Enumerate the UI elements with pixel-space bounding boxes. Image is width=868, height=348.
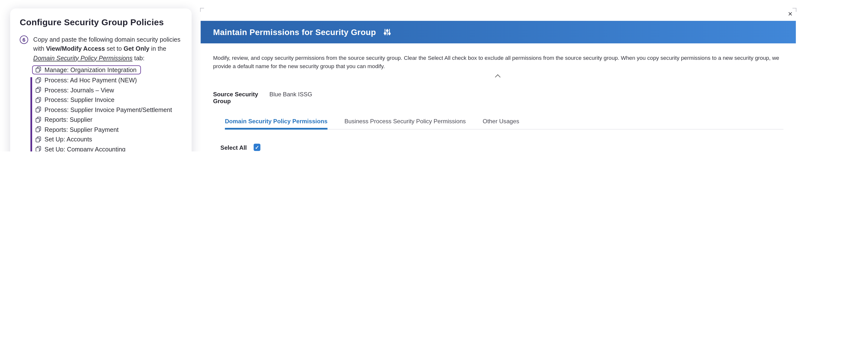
policy-list-item[interactable]: Manage: Organization Integration	[32, 65, 141, 74]
copy-icon	[36, 67, 41, 73]
copy-icon	[36, 97, 41, 103]
policy-label: Process: Supplier Invoice Payment/Settle…	[44, 106, 172, 113]
config-panel: Configure Security Group Policies 6 Copy…	[10, 8, 191, 152]
copy-icon	[36, 126, 41, 132]
policy-list-item[interactable]: Set Up: Company Accounting	[36, 144, 182, 152]
policy-label: Process: Journals – View	[44, 87, 114, 93]
modal-header: Maintain Permissions for Security Group	[200, 21, 796, 43]
modal-title: Maintain Permissions for Security Group	[213, 28, 376, 37]
tab-other-usages[interactable]: Other Usages	[483, 115, 519, 129]
screenshot-root: Configure Security Group Policies 6 Copy…	[0, 0, 868, 152]
step-6-text-part: set to	[105, 45, 124, 52]
policy-list: Manage: Organization Integration Process…	[20, 65, 182, 152]
copy-icon	[36, 136, 41, 142]
copy-icon	[36, 146, 41, 152]
collapse-toggle[interactable]	[213, 73, 783, 80]
copy-icon	[36, 87, 41, 93]
policy-list-item[interactable]: Process: Ad Hoc Payment (NEW)	[36, 75, 182, 85]
step-6-text-part: in the	[149, 45, 166, 52]
policy-list-item[interactable]: Reports: Supplier	[36, 115, 182, 124]
policy-list-item[interactable]: Reports: Supplier Payment	[36, 125, 182, 134]
policy-list-item[interactable]: Process: Supplier Invoice	[36, 95, 182, 105]
step-6-badge: 6	[20, 35, 28, 44]
copy-icon	[36, 77, 41, 83]
step-6-text-part: tab:	[132, 54, 145, 61]
policy-label: Reports: Supplier	[44, 116, 92, 123]
modal-body: Modify, review, and copy security permis…	[200, 54, 796, 152]
source-security-group-label: Source Security Group	[213, 91, 270, 104]
source-security-group-value: Blue Bank ISSG	[270, 91, 312, 104]
annotation-arrow-left	[30, 77, 32, 152]
modal-description: Modify, review, and copy security permis…	[213, 54, 783, 71]
tab-bar: Domain Security Policy Permissions Busin…	[225, 115, 783, 130]
policy-list-item[interactable]: Process: Journals – View	[36, 85, 182, 95]
copy-icon	[36, 117, 41, 123]
step-6-bold: View/Modify Access	[46, 45, 105, 52]
select-all-row: Select All ✓	[220, 144, 783, 151]
policy-label: Reports: Supplier Payment	[44, 126, 119, 133]
chevron-up-icon	[495, 74, 500, 80]
crop-mark	[200, 8, 204, 12]
policy-label: Process: Ad Hoc Payment (NEW)	[44, 77, 137, 84]
step-6-text: Copy and paste the following domain secu…	[33, 35, 182, 63]
sliders-icon	[383, 28, 391, 36]
source-security-group-row: Source Security Group Blue Bank ISSG	[213, 91, 783, 104]
select-all-label: Select All	[220, 144, 247, 151]
step-6: 6 Copy and paste the following domain se…	[20, 35, 182, 63]
policy-label: Process: Supplier Invoice	[44, 96, 115, 103]
step-6-tab-name: Domain Security Policy Permissions	[33, 54, 133, 61]
step-6-bold: Get Only	[124, 45, 149, 52]
copy-icon	[36, 106, 41, 113]
close-button[interactable]: ×	[787, 9, 794, 19]
policy-list-item[interactable]: Set Up: Accounts	[36, 134, 182, 144]
tab-domain-security-policy-permissions[interactable]: Domain Security Policy Permissions	[225, 115, 328, 129]
panel-title: Configure Security Group Policies	[20, 18, 182, 27]
policy-label: Set Up: Accounts	[44, 136, 92, 143]
policy-label: Set Up: Company Accounting	[44, 146, 126, 152]
maintain-permissions-modal: × Maintain Permissions for Security Grou…	[200, 8, 796, 152]
select-all-checkbox[interactable]: ✓	[253, 144, 261, 151]
policy-label: Manage: Organization Integration	[44, 66, 136, 73]
policy-list-item[interactable]: Process: Supplier Invoice Payment/Settle…	[36, 105, 182, 115]
tab-business-process-security-policy-permissions[interactable]: Business Process Security Policy Permiss…	[344, 115, 466, 129]
